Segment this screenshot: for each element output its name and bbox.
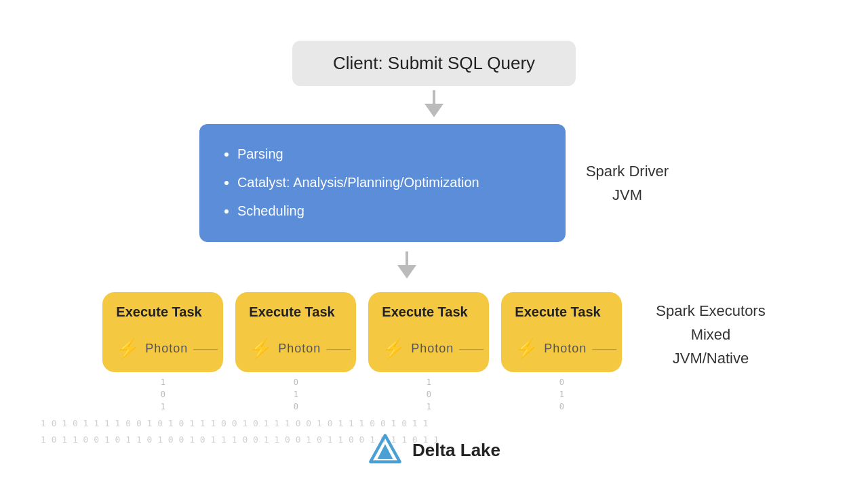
executor-col-4: Execute Task ⚡ Photon —— 0 1 0 bbox=[501, 292, 622, 413]
binary-col-3: 1 0 1 bbox=[427, 376, 431, 413]
diagram-container: Client: Submit SQL Query Parsing Catalys… bbox=[0, 0, 868, 488]
executor-box-3: Execute Task ⚡ Photon —— bbox=[368, 292, 489, 372]
executor-col-3: Execute Task ⚡ Photon —— 1 0 1 bbox=[368, 292, 489, 413]
driver-item-parsing: Parsing bbox=[237, 140, 541, 167]
lightning-icon-1: ⚡ bbox=[116, 338, 140, 360]
photon-row-3: ⚡ Photon —— bbox=[382, 338, 475, 360]
driver-section: Parsing Catalyst: Analysis/Planning/Opti… bbox=[199, 124, 669, 242]
arrow-client-driver bbox=[425, 90, 443, 117]
executor-box-2: Execute Task ⚡ Photon —— bbox=[235, 292, 356, 372]
photon-dash-1: —— bbox=[193, 342, 218, 356]
driver-list: Parsing Catalyst: Analysis/Planning/Opti… bbox=[224, 140, 541, 224]
delta-lake: Delta Lake bbox=[368, 432, 500, 468]
executor-col-2: Execute Task ⚡ Photon —— 0 1 0 bbox=[235, 292, 356, 413]
executors-row: Execute Task ⚡ Photon —— 1 0 1 Execute T… bbox=[102, 292, 622, 413]
photon-row-4: ⚡ Photon —— bbox=[515, 338, 608, 360]
executor-box-4: Execute Task ⚡ Photon —— bbox=[501, 292, 622, 372]
photon-dash-3: —— bbox=[459, 342, 484, 356]
delta-lake-icon bbox=[368, 432, 403, 468]
photon-row-1: ⚡ Photon —— bbox=[116, 338, 210, 360]
arrow-shaft-top bbox=[433, 90, 435, 104]
executors-section: Execute Task ⚡ Photon —— 1 0 1 Execute T… bbox=[102, 292, 765, 413]
arrow-driver-executors bbox=[397, 251, 416, 279]
binary-col-2: 0 1 0 bbox=[294, 376, 298, 413]
photon-dash-4: —— bbox=[592, 342, 616, 356]
photon-text-1: Photon bbox=[145, 342, 188, 356]
driver-item-catalyst: Catalyst: Analysis/Planning/Optimization bbox=[237, 169, 541, 196]
arrow-head bbox=[425, 104, 443, 117]
executor-label: Spark Executors Mixed JVM/Native bbox=[656, 299, 765, 371]
executor-title-4: Execute Task bbox=[515, 304, 608, 320]
executor-title-1: Execute Task bbox=[116, 304, 210, 320]
executor-col-1: Execute Task ⚡ Photon —— 1 0 1 bbox=[102, 292, 223, 413]
driver-item-scheduling: Scheduling bbox=[237, 197, 541, 224]
photon-row-2: ⚡ Photon —— bbox=[249, 338, 342, 360]
arrow-head2 bbox=[397, 265, 416, 279]
photon-text-4: Photon bbox=[544, 342, 587, 356]
binary-col-1: 1 0 1 bbox=[161, 376, 165, 413]
lightning-icon-3: ⚡ bbox=[382, 338, 406, 360]
driver-box: Parsing Catalyst: Analysis/Planning/Opti… bbox=[199, 124, 566, 242]
photon-text-2: Photon bbox=[278, 342, 321, 356]
executor-title-3: Execute Task bbox=[382, 304, 475, 320]
client-label: Client: Submit SQL Query bbox=[333, 53, 535, 73]
client-box: Client: Submit SQL Query bbox=[292, 41, 576, 86]
lightning-icon-4: ⚡ bbox=[515, 338, 538, 360]
photon-dash-2: —— bbox=[326, 342, 351, 356]
executor-box-1: Execute Task ⚡ Photon —— bbox=[102, 292, 223, 372]
photon-text-3: Photon bbox=[411, 342, 454, 356]
executor-title-2: Execute Task bbox=[249, 304, 342, 320]
arrow-shaft2-top bbox=[406, 251, 408, 265]
driver-label: Spark Driver JVM bbox=[586, 159, 669, 207]
delta-lake-label: Delta Lake bbox=[412, 440, 500, 461]
lightning-icon-2: ⚡ bbox=[249, 338, 273, 360]
binary-col-4: 0 1 0 bbox=[559, 376, 564, 413]
